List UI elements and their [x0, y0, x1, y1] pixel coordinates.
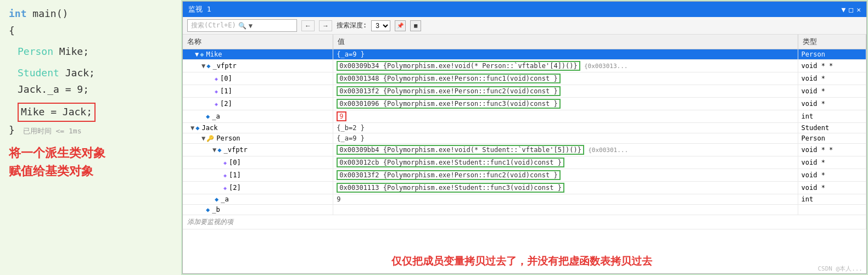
row-name: ▼ ◆ Mike — [183, 49, 333, 60]
table-row[interactable]: ◈ [2] 0x00301096 {Polymorphism.exe!Perso… — [183, 98, 866, 110]
row-value — [333, 205, 798, 215]
table-row[interactable]: ▼ ◆ _vfptr 0x00309b34 {Polymorphism.exe!… — [183, 60, 866, 72]
row-type: Student — [798, 123, 866, 133]
row-value: 0x003012cb {Polymorphism.exe!Student::fu… — [333, 156, 798, 169]
search-dropdown-icon[interactable]: ▼ — [249, 22, 253, 30]
restore-button[interactable]: □ — [849, 5, 853, 14]
expand-icon[interactable]: ▼ — [212, 146, 216, 154]
table-row[interactable]: ◈ [1] 0x003013f2 {Polymorphism.exe!Perso… — [183, 85, 866, 98]
pin-icon[interactable]: 📌 — [395, 20, 406, 31]
key-icon: 🔑 — [206, 135, 214, 142]
row-type: void * — [798, 98, 866, 110]
table-row[interactable]: ◈ [0] 0x00301348 {Polymorphism.exe!Perso… — [183, 72, 866, 85]
row-name-text: Person — [216, 134, 240, 142]
code-line-2: { — [9, 23, 172, 40]
row-name-text: [2] — [220, 100, 232, 108]
row-type: void * * — [798, 144, 866, 156]
add-watch-label[interactable]: 添加要监视的项 — [183, 215, 866, 229]
watch-titlebar: 监视 1 ▼ □ ✕ — [183, 2, 866, 17]
table-row[interactable]: ◆ _a 9 int — [183, 194, 866, 205]
diamond-icon: ◈ — [223, 172, 227, 178]
row-value: 0x00301348 {Polymorphism.exe!Person::fun… — [333, 72, 798, 85]
col-header-value: 值 — [333, 35, 798, 49]
row-name-text: [1] — [220, 87, 232, 95]
row-name: ◆ _a — [183, 110, 333, 123]
table-row[interactable]: ◈ [1] 0x003013f2 {Polymorphism.exe!Perso… — [183, 169, 866, 182]
add-watch-row[interactable]: 添加要监视的项 — [183, 215, 866, 229]
value-green-box: 0x003013f2 {Polymorphism.exe!Person::fun… — [337, 86, 560, 96]
table-row[interactable]: ◈ [0] 0x003012cb {Polymorphism.exe!Stude… — [183, 156, 866, 169]
row-value: {_b=2 } — [333, 123, 798, 133]
watch-title: 监视 1 — [188, 4, 211, 14]
row-value: 9 — [333, 110, 798, 123]
row-value: 0x003013f2 {Polymorphism.exe!Person::fun… — [333, 169, 798, 182]
row-name: ▼ ◆ Jack — [183, 123, 333, 133]
row-name: ▼ ◆ _vfptr — [183, 60, 333, 72]
depth-select[interactable]: 3 1 2 4 5 — [371, 20, 390, 31]
row-name: ◈ [1] — [183, 85, 333, 98]
row-value: 0x00309b34 {Polymorphism.exe!void(* Pers… — [333, 60, 798, 72]
pin-button[interactable]: ▼ — [842, 5, 846, 14]
search-icon[interactable]: 🔍 — [238, 22, 247, 30]
row-name-text: _b — [212, 206, 220, 214]
row-type: void * — [798, 72, 866, 85]
diamond-icon: ◈ — [215, 76, 218, 82]
diamond-icon: ◈ — [215, 88, 218, 94]
forward-button[interactable]: → — [319, 20, 332, 31]
type-person: Person — [18, 46, 59, 57]
row-type: Person — [798, 49, 866, 60]
row-name-text: [1] — [229, 171, 241, 179]
expand-icon[interactable]: ▼ — [195, 50, 199, 58]
row-value: 0x00301113 {Polymorphism.exe!Student::fu… — [333, 182, 798, 194]
row-name-text: _vfptr — [223, 146, 247, 154]
row-value: {_a=9 } — [333, 133, 798, 144]
search-box[interactable]: 搜索(Ctrl+E) 🔍 ▼ — [187, 19, 297, 32]
row-value: 0x00301096 {Polymorphism.exe!Person::fun… — [333, 98, 798, 110]
table-row[interactable]: ▼ ◆ Mike {_a=9 } Person — [183, 49, 866, 60]
row-name: ▼ ◆ _vfptr — [183, 144, 333, 156]
row-type: void * — [798, 182, 866, 194]
cube-icon: ◆ — [217, 146, 221, 154]
row-name-text: [2] — [229, 184, 241, 192]
expand-icon[interactable]: ▼ — [201, 62, 205, 70]
row-type: Person — [798, 133, 866, 144]
close-button[interactable]: ✕ — [856, 5, 861, 14]
row-value: 0x00309bb4 {Polymorphism.exe!void(* Stud… — [333, 144, 798, 156]
row-value: 9 — [333, 194, 798, 205]
row-name-text: _a — [212, 113, 220, 120]
cube-icon: ◆ — [200, 50, 204, 58]
watch-controls[interactable]: ▼ □ ✕ — [842, 5, 861, 14]
table-row[interactable]: ◆ _a 9 int — [183, 110, 866, 123]
row-name: ◈ [0] — [183, 156, 333, 169]
watch-panel: 监视 1 ▼ □ ✕ 搜索(Ctrl+E) 🔍 ▼ ← → 搜索深度: 3 1 … — [182, 1, 867, 274]
row-name: ◈ [0] — [183, 72, 333, 85]
cube-icon: ◆ — [206, 62, 210, 70]
highlight-assignment: Mike = Jack; — [18, 103, 96, 122]
value-green-box: 0x003013f2 {Polymorphism.exe!Person::fun… — [337, 170, 560, 180]
row-name-text: _a — [221, 195, 228, 203]
row-name: ◈ [1] — [183, 169, 333, 182]
diamond-icon: ◈ — [223, 160, 227, 166]
row-type: int — [798, 110, 866, 123]
row-value: 0x003013f2 {Polymorphism.exe!Person::fun… — [333, 85, 798, 98]
row-name-text: _vfptr — [212, 62, 236, 70]
table-row[interactable]: ◆ _b — [183, 205, 866, 215]
row-type: void * — [798, 85, 866, 98]
table-row[interactable]: ▼ ◆ _vfptr 0x00309bb4 {Polymorphism.exe!… — [183, 144, 866, 156]
table-row[interactable]: ▼ 🔑 Person {_a=9 } Person — [183, 133, 866, 144]
code-line-7: } 已用时间 <= 1ms — [9, 122, 172, 139]
row-name: ◆ _a — [183, 194, 333, 205]
code-annotation: 将一个派生类对象 赋值给基类对象 — [9, 144, 172, 180]
back-button[interactable]: ← — [301, 20, 315, 31]
expand-icon[interactable]: ▼ — [191, 124, 194, 132]
row-type: void * — [798, 169, 866, 182]
code-panel: int main() { Person Mike; Student Jack; … — [0, 0, 181, 275]
table-row[interactable]: ▼ ◆ Jack {_b=2 } Student — [183, 123, 866, 133]
cube-icon: ◆ — [195, 124, 199, 132]
code-line-6: Mike = Jack; — [18, 103, 172, 122]
col-header-type: 类型 — [798, 35, 866, 49]
table-row[interactable]: ◈ [2] 0x00301113 {Polymorphism.exe!Stude… — [183, 182, 866, 194]
expand-icon[interactable]: ▼ — [201, 134, 205, 142]
row-name-text: [0] — [220, 75, 232, 82]
table-icon[interactable]: ▦ — [410, 20, 421, 31]
